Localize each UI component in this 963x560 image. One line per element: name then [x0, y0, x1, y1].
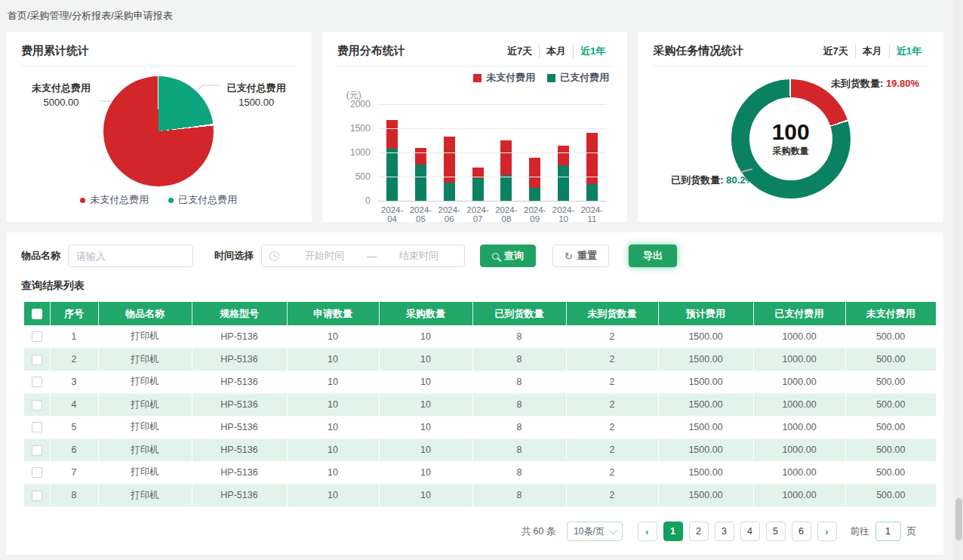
item-name-input[interactable] — [68, 245, 193, 267]
legend-item-paid-total[interactable]: 已支付总费用 — [168, 193, 237, 207]
page-button-5[interactable]: 5 — [766, 522, 786, 541]
cell: 4 — [50, 393, 98, 416]
export-button[interactable]: 导出 — [629, 245, 677, 267]
row-checkbox[interactable] — [32, 400, 42, 411]
end-time-placeholder[interactable]: 结束时间 — [381, 249, 457, 263]
breadcrumb[interactable]: 首页/采购管理/分析报表/采购申请报表 — [8, 9, 943, 23]
search-button[interactable]: 查询 — [480, 245, 536, 267]
bar-segment-unpaid — [415, 148, 426, 165]
cell: 1500.00 — [658, 348, 753, 371]
cell: 打印机 — [98, 461, 192, 484]
result-table: 序号物品名称规格型号申请数量采购数量已到货数量未到货数量预计费用已支付费用未支付… — [24, 302, 936, 506]
start-time-placeholder[interactable]: 开始时间 — [287, 249, 362, 263]
pie-chart-area: 未支付总费用 5000.00 已支付总费用 1500.00 — [20, 69, 298, 189]
x-tick-label: 2024-05 — [407, 205, 435, 223]
page-button-6[interactable]: 6 — [792, 522, 811, 541]
cell: 1500.00 — [658, 484, 753, 506]
cell: 10 — [379, 438, 472, 461]
bar-segment-paid — [529, 188, 540, 201]
cell: 10 — [287, 371, 379, 393]
checkbox-cell — [24, 416, 50, 438]
tab-last-year[interactable]: 近1年 — [889, 45, 928, 58]
legend-item-已支付费用[interactable]: 已支付费用 — [547, 71, 609, 85]
cell: HP-5136 — [192, 461, 287, 484]
y-tick-label: 2000 — [350, 99, 371, 109]
row-checkbox[interactable] — [32, 467, 42, 478]
result-list-title: 查询结果列表 — [6, 279, 943, 302]
x-tick-label: 2024-06 — [435, 205, 463, 223]
x-axis-labels: 2024-042024-052024-062024-072024-082024-… — [378, 205, 607, 223]
legend-item-未支付费用[interactable]: 未支付费用 — [473, 71, 535, 85]
x-tick-label: 2024-11 — [577, 205, 606, 223]
donut-center: 100 采购数量 — [749, 97, 832, 180]
row-checkbox[interactable] — [32, 445, 42, 456]
chevron-down-icon — [610, 527, 617, 534]
bar-segment-paid — [558, 165, 569, 201]
tab-last-7-days[interactable]: 近7天 — [817, 45, 855, 58]
row-checkbox[interactable] — [32, 355, 42, 365]
cell: 1000.00 — [753, 371, 845, 393]
bar-segment-paid — [586, 184, 598, 201]
legend-dot-teal — [168, 198, 174, 203]
cell: 2 — [566, 416, 658, 438]
row-checkbox[interactable] — [32, 491, 42, 501]
cell: 8 — [472, 461, 566, 484]
pie-callout-unpaid-name: 未支付总费用 — [20, 82, 103, 96]
tab-last-7-days[interactable]: 近7天 — [500, 45, 539, 58]
cell: 8 — [472, 484, 566, 506]
cell: 10 — [379, 325, 472, 348]
tab-last-year[interactable]: 近1年 — [573, 45, 612, 58]
cell: 打印机 — [98, 416, 192, 438]
cell: 7 — [50, 461, 98, 484]
page-button-3[interactable]: 3 — [715, 522, 734, 541]
checkbox-cell — [24, 438, 50, 461]
page-size-value: 10条/页 — [574, 525, 605, 538]
page-size-select[interactable]: 10条/页 — [567, 522, 623, 541]
page-button-2[interactable]: 2 — [689, 522, 709, 541]
cell: 8 — [472, 371, 566, 393]
prev-page-button[interactable]: ‹ — [638, 522, 657, 541]
row-checkbox[interactable] — [32, 377, 42, 387]
table-row: 1打印机HP-51361010821500.001000.00500.00 — [24, 325, 936, 348]
cell: HP-5136 — [192, 484, 287, 506]
cell: 1000.00 — [753, 416, 845, 438]
cell: 500.00 — [845, 484, 936, 506]
date-range-picker[interactable]: 开始时间 — 结束时间 — [261, 245, 465, 267]
select-all-checkbox[interactable] — [32, 309, 42, 319]
x-tick-label: 2024-09 — [521, 205, 549, 223]
card-expense-cumulative: 费用累计统计 未支付总费用 5000.00 已支付总费用 1500.00 — [6, 32, 312, 222]
table-row: 3打印机HP-51361010821500.001000.00500.00 — [24, 371, 936, 393]
bar-chart-plot: (元) 2000150010005000 — [378, 104, 607, 201]
goto-page-input[interactable] — [875, 522, 901, 541]
row-checkbox[interactable] — [32, 422, 42, 432]
cell: 1000.00 — [753, 438, 845, 461]
cell: 8 — [472, 393, 566, 416]
checkbox-cell — [24, 371, 50, 393]
tab-this-month[interactable]: 本月 — [539, 45, 573, 58]
cell: 500.00 — [845, 348, 936, 371]
page-button-1[interactable]: 1 — [663, 522, 683, 541]
scrollbar-thumb[interactable] — [955, 498, 962, 540]
cell: 2 — [566, 325, 658, 348]
next-page-button[interactable]: › — [817, 522, 837, 541]
x-tick-label: 2024-10 — [549, 205, 578, 223]
cell: 500.00 — [845, 325, 936, 348]
cell: HP-5136 — [192, 325, 287, 348]
pie-chart — [103, 76, 214, 186]
donut-callout-arrived-name: 已到货数量: — [671, 174, 723, 186]
range-separator: — — [362, 251, 381, 262]
cell: 5 — [50, 416, 98, 438]
reset-button[interactable]: ↻ 重置 — [552, 245, 609, 267]
x-tick-label: 2024-04 — [378, 205, 407, 223]
legend-label-unpaid-total: 未支付总费用 — [90, 193, 149, 207]
y-tick-label: 1500 — [350, 123, 371, 134]
page-scrollbar[interactable] — [954, 0, 963, 560]
page-button-4[interactable]: 4 — [740, 522, 760, 541]
row-checkbox[interactable] — [32, 331, 42, 342]
tab-this-month[interactable]: 本月 — [855, 45, 889, 58]
legend-item-unpaid-total[interactable]: 未支付总费用 — [80, 193, 149, 207]
cell: 10 — [287, 438, 379, 461]
column-header-未到货数量: 未到货数量 — [566, 302, 658, 325]
bar-segment-paid — [472, 178, 484, 201]
table-header-row: 序号物品名称规格型号申请数量采购数量已到货数量未到货数量预计费用已支付费用未支付… — [24, 302, 936, 325]
